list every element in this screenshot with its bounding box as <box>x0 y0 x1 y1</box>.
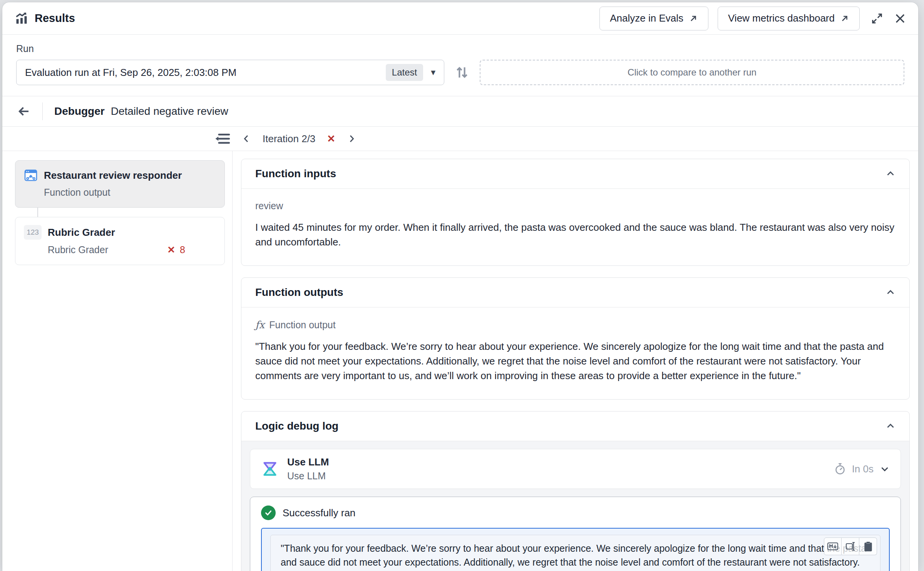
run-select-value: Evaluation run at Fri, Sep 26, 2025, 2:0… <box>25 67 386 79</box>
step-subtitle: Use LLM <box>287 470 329 482</box>
run-select-dropdown[interactable]: Evaluation run at Fri, Sep 26, 2025, 2:0… <box>16 60 444 85</box>
result-output-text-area[interactable]: "Thank you for your feedback. We’re sorr… <box>270 535 880 571</box>
latest-badge: Latest <box>386 64 423 81</box>
function-inputs-card: Function inputs review I waited 45 minut… <box>241 159 910 266</box>
iteration-label: Iteration 2/3 <box>263 133 315 145</box>
output-field-value: "Thank you for your feedback. We’re sorr… <box>255 339 896 383</box>
vertical-divider <box>42 102 43 120</box>
node-sidebar: Restaurant review responder Function out… <box>2 151 233 571</box>
page-title: Results <box>35 12 75 25</box>
select-text-icon[interactable] <box>842 537 859 555</box>
step-result-card: Successfully ran "Thank you for your fee… <box>250 497 901 571</box>
detail-panel: Function inputs review I waited 45 minut… <box>233 151 918 571</box>
node-subtitle: Function output <box>44 187 110 198</box>
result-toolbar <box>824 537 877 555</box>
close-icon[interactable] <box>894 13 906 24</box>
chevron-up-icon[interactable] <box>886 421 896 431</box>
sidebar-item-restaurant-review-responder[interactable]: Restaurant review responder Function out… <box>15 160 225 208</box>
expand-icon[interactable] <box>871 13 883 24</box>
log-step-use-llm[interactable]: Use LLM Use LLM In 0s <box>250 449 901 489</box>
step-duration: In 0s <box>852 463 874 475</box>
success-check-icon <box>261 506 276 520</box>
external-link-icon <box>689 14 698 23</box>
run-section: Run Evaluation run at Fri, Sep 26, 2025,… <box>2 35 918 96</box>
input-field-value: I waited 45 minutes for my order. When i… <box>255 220 896 249</box>
markdown-view-icon[interactable] <box>824 537 842 555</box>
output-field-label: Function output <box>269 319 335 331</box>
chevron-down-icon[interactable] <box>880 464 890 474</box>
external-link-icon <box>840 14 849 23</box>
function-fx-icon: ƒx <box>255 319 264 331</box>
sidebar-item-rubric-grader[interactable]: 123 Rubric Grader Rubric Grader ✕ 8 <box>15 217 225 265</box>
iteration-bar: Iteration 2/3 ✕ <box>2 126 918 151</box>
copy-clipboard-icon[interactable] <box>859 537 877 555</box>
fail-count: 8 <box>180 244 185 255</box>
status-text: Successfully ran <box>283 507 355 519</box>
debugger-title: Debugger <box>54 105 105 118</box>
previous-iteration-icon[interactable] <box>242 134 251 143</box>
result-output-box: "Thank you for your feedback. We’re sorr… <box>261 528 890 571</box>
workflow-node-icon <box>24 168 38 182</box>
node-title: Rubric Grader <box>48 227 115 238</box>
logic-debug-log-card: Logic debug log <box>241 411 910 571</box>
next-iteration-icon[interactable] <box>347 134 356 143</box>
node-connector <box>37 208 38 217</box>
fail-x-icon: ✕ <box>167 244 175 255</box>
results-modal: Results Analyze in Evals View metrics da… <box>2 2 918 571</box>
run-label: Run <box>16 43 904 54</box>
iteration-fail-icon: ✕ <box>327 133 335 145</box>
fail-count-badge: ✕ 8 <box>167 244 185 255</box>
results-chart-icon <box>15 12 28 25</box>
chevron-down-icon: ▼ <box>429 68 437 77</box>
debugger-subtitle: Detailed negative review <box>111 105 228 118</box>
section-title: Function inputs <box>255 168 336 180</box>
compare-run-placeholder[interactable]: Click to compare to another run <box>480 60 904 85</box>
node-title: Restaurant review responder <box>44 170 182 181</box>
input-field-label: review <box>255 200 896 212</box>
modal-header: Results Analyze in Evals View metrics da… <box>2 2 918 35</box>
use-llm-logo-icon <box>261 460 279 478</box>
section-title: Logic debug log <box>255 420 338 432</box>
stopwatch-icon <box>834 463 846 475</box>
result-output-text: "Thank you for your feedback. We’re sorr… <box>281 543 866 571</box>
compare-runs-icon <box>454 65 470 80</box>
back-arrow-icon[interactable] <box>17 104 31 118</box>
number-123-icon: 123 <box>24 225 42 240</box>
chevron-up-icon[interactable] <box>886 287 896 297</box>
function-outputs-card: Function outputs ƒx Function output "Tha… <box>241 277 910 400</box>
step-title: Use LLM <box>287 456 329 468</box>
chevron-up-icon[interactable] <box>886 169 896 179</box>
collapse-list-icon[interactable] <box>215 133 230 145</box>
breadcrumb: Debugger Detailed negative review <box>2 96 918 126</box>
view-metrics-dashboard-button[interactable]: View metrics dashboard <box>718 7 860 30</box>
analyze-in-evals-button[interactable]: Analyze in Evals <box>599 7 708 30</box>
section-title: Function outputs <box>255 286 343 299</box>
node-subtitle: Rubric Grader <box>48 244 108 255</box>
